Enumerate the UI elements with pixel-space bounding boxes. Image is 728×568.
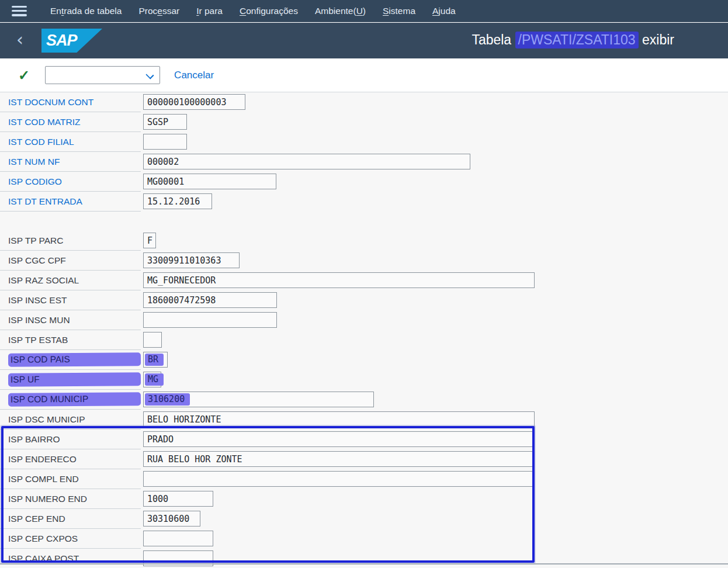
field-value-text: MG_FORNECEDOR <box>144 275 216 286</box>
field-row: ISP RAZ SOCIALMG_FORNECEDOR <box>0 271 728 290</box>
field-row: IST COD MATRIZSGSP <box>0 112 728 132</box>
field-label-cell: IST NUM NF <box>0 152 141 172</box>
menu-item-entrada-de-tabela[interactable]: Entrada de tabela <box>50 6 122 16</box>
field-value-input[interactable]: MG00001 <box>143 174 276 189</box>
field-value-text: BELO HORIZONTE <box>144 414 221 425</box>
menu-item-ambiente[interactable]: Ambiente(U) <box>315 6 366 16</box>
field-label-cell: IST DT ENTRADA <box>0 192 141 212</box>
back-icon[interactable]: ‹ <box>16 31 23 49</box>
field-row: ISP CGC CPF33009911010363 <box>0 251 728 271</box>
field-label-cell: ISP COD PAIS <box>0 350 141 370</box>
field-label[interactable]: IST COD FILIAL <box>8 137 74 147</box>
field-label: ISP CGC CPF <box>8 255 66 266</box>
field-label: ISP RAZ SOCIAL <box>8 275 79 286</box>
field-label-cell: ISP INSC MUN <box>0 310 141 330</box>
field-value-input[interactable]: RUA BELO HOR ZONTE <box>143 451 533 467</box>
field-row: ISP BAIRROPRADO <box>0 430 728 449</box>
field-value-text: 000000100000003 <box>144 97 226 108</box>
field-value-input[interactable]: BR <box>143 352 168 368</box>
field-value-input[interactable]: SGSP <box>143 114 187 130</box>
field-label: ISP DSC MUNICIP <box>8 414 85 425</box>
field-label: ISP COD MUNICIP <box>8 392 141 406</box>
field-label-cell: ISP UF <box>0 370 141 390</box>
menu-item-configuracoes[interactable]: Configurações <box>240 6 298 16</box>
field-label[interactable]: ISP CODIGO <box>8 176 62 187</box>
field-value-input[interactable]: 30310600 <box>143 511 200 527</box>
command-combobox[interactable] <box>45 66 160 84</box>
field-label-cell: ISP CEP CXPOS <box>0 529 141 549</box>
field-label[interactable]: IST COD MATRIZ <box>8 117 80 127</box>
field-label-cell: ISP TP ESTAB <box>0 330 141 350</box>
page-bottom-divider <box>0 563 728 564</box>
field-row: ISP TP PARCF <box>0 231 728 251</box>
menu-item-ir-para[interactable]: Ir para <box>196 6 223 16</box>
field-value-input[interactable] <box>143 531 213 546</box>
field-value-input[interactable]: 000002 <box>143 154 470 169</box>
cancel-button[interactable]: Cancelar <box>174 70 214 81</box>
field-value-input[interactable]: PRADO <box>143 431 533 447</box>
field-label: ISP TP PARC <box>8 235 63 246</box>
field-row: ISP CODIGOMG00001 <box>0 172 728 192</box>
field-label: ISP CEP CXPOS <box>8 534 78 544</box>
field-label: ISP ENDERECO <box>8 454 77 465</box>
field-label: ISP BAIRRO <box>8 434 60 445</box>
field-value-input[interactable]: MG_FORNECEDOR <box>143 272 535 288</box>
field-value-text: 33009911010363 <box>144 255 221 266</box>
field-value-input[interactable]: MG <box>143 372 161 387</box>
field-label-cell: ISP DSC MUNICIP <box>0 410 141 430</box>
field-value-input[interactable]: 000000100000003 <box>143 94 245 110</box>
field-value-text: BR <box>145 354 164 366</box>
chevron-down-icon[interactable] <box>147 71 154 78</box>
field-value-input[interactable]: F <box>143 233 156 248</box>
field-value-text: PRADO <box>144 434 174 445</box>
field-value-input[interactable]: 33009911010363 <box>143 252 240 268</box>
sap-logo: SAP <box>41 29 102 53</box>
field-value-text: 3106200 <box>145 393 190 406</box>
field-label-cell: ISP ENDERECO <box>0 449 141 469</box>
field-label: ISP TP ESTAB <box>8 335 68 345</box>
field-value-input[interactable] <box>143 471 533 487</box>
field-label[interactable]: IST NUM NF <box>8 157 60 167</box>
field-label-cell: ISP BAIRRO <box>0 430 141 449</box>
hamburger-menu-icon[interactable] <box>12 6 27 16</box>
field-value-input[interactable] <box>143 134 187 150</box>
field-label: ISP COMPL END <box>8 474 79 484</box>
field-label: ISP INSC EST <box>8 295 67 306</box>
field-value-text: 1860007472598 <box>144 295 216 306</box>
field-label: ISP UF <box>8 372 141 386</box>
field-value-text: 15.12.2016 <box>144 196 200 207</box>
field-label: ISP CAIXA POST <box>8 553 79 564</box>
field-value-text: SGSP <box>144 117 168 127</box>
menu-item-ajuda[interactable]: Ajuda <box>432 6 456 16</box>
field-row: IST DT ENTRADA15.12.2016 <box>0 192 728 212</box>
field-row: ISP COD PAISBR <box>0 350 728 370</box>
field-value-text: 000002 <box>144 157 179 167</box>
field-label-cell: ISP COMPL END <box>0 469 141 489</box>
field-row: ISP CEP END30310600 <box>0 509 728 529</box>
field-row: IST NUM NF000002 <box>0 152 728 172</box>
field-value-input[interactable] <box>143 312 277 328</box>
field-row: ISP TP ESTAB <box>0 330 728 350</box>
menu-item-processar[interactable]: Processar <box>138 6 179 16</box>
field-label: ISP COD PAIS <box>8 352 141 366</box>
field-label[interactable]: IST DOCNUM CONT <box>8 97 93 108</box>
field-value-text: 1000 <box>144 494 168 504</box>
field-value-input[interactable]: 1000 <box>143 491 213 507</box>
field-label-cell: ISP CGC CPF <box>0 251 141 271</box>
menu-bar: Entrada de tabela Processar Ir para Conf… <box>0 0 728 22</box>
field-label-cell: IST DOCNUM CONT <box>0 92 141 112</box>
ok-check-icon[interactable]: ✓ <box>18 67 30 84</box>
field-value-input[interactable]: 1860007472598 <box>143 292 277 308</box>
menu-item-sistema[interactable]: Sistema <box>383 6 415 16</box>
title-table-highlight: /PWSATI/ZSATI103 <box>515 32 639 49</box>
field-row: ISP COMPL END <box>0 469 728 489</box>
field-value-text: RUA BELO HOR ZONTE <box>144 454 242 465</box>
field-value-input[interactable]: 15.12.2016 <box>143 193 212 209</box>
field-label[interactable]: IST DT ENTRADA <box>8 196 82 207</box>
field-value-input[interactable]: 3106200 <box>143 392 374 407</box>
field-label-cell: ISP CODIGO <box>0 172 141 192</box>
field-value-input[interactable]: BELO HORIZONTE <box>143 411 535 427</box>
field-value-input[interactable] <box>143 332 162 348</box>
field-label: ISP INSC MUN <box>8 315 70 325</box>
field-value-text: F <box>144 235 152 246</box>
